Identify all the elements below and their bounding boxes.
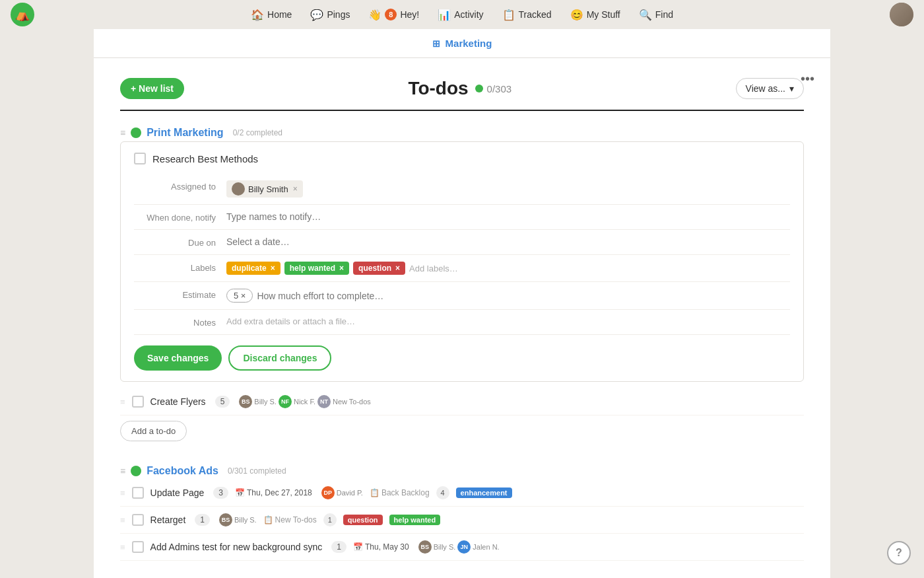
due-on-input[interactable] — [226, 236, 790, 247]
view-as-button[interactable]: View as... ▾ — [736, 78, 804, 99]
action-buttons: Save changes Discard changes — [134, 345, 790, 371]
retarget-label-help: help wanted — [389, 515, 441, 525]
list-header-print-marketing: ≡ Print Marketing 0/2 completed — [120, 127, 804, 139]
assignee-label-billy: Billy S. — [254, 398, 277, 406]
add-todo-button-print[interactable]: Add a to-do — [120, 421, 187, 441]
field-estimate: Estimate 5 × — [134, 282, 790, 310]
nav-label-hey: Hey! — [400, 9, 419, 20]
estimate-tag[interactable]: 5 × — [226, 289, 253, 303]
hey-icon: 👋 — [368, 9, 381, 21]
help-button[interactable]: ? — [887, 541, 911, 565]
fb-status-dot — [131, 466, 141, 476]
nav-item-hey[interactable]: 👋 8 Hey! — [360, 5, 427, 25]
options-icon: ••• — [801, 71, 814, 86]
user-avatar[interactable] — [890, 3, 913, 26]
nav-label-home: Home — [267, 9, 292, 20]
notes-value: Add extra details or attach a file… — [226, 316, 790, 326]
list-name-print-marketing[interactable]: Print Marketing — [147, 127, 223, 139]
nav-item-tracked[interactable]: 📋 Tracked — [494, 5, 560, 25]
david-label: David P. — [337, 489, 363, 497]
todo-checkbox-flyers[interactable] — [132, 396, 144, 408]
due-on-label: Due on — [134, 236, 226, 248]
fb-completed: 0/301 completed — [228, 466, 286, 476]
update-page-location: 📋 Back Backlog — [370, 488, 430, 497]
todo-checkbox-retarget[interactable] — [132, 514, 144, 526]
update-page-estimate: 3 — [213, 487, 228, 499]
label-question-text: question — [358, 264, 391, 273]
todo-drag-handle-rt: ≡ — [120, 515, 125, 525]
tracked-icon: 📋 — [502, 9, 515, 21]
nav-item-find[interactable]: 🔍 Find — [631, 5, 681, 25]
todo-checkbox-add-admins[interactable] — [132, 541, 144, 553]
todo-checkbox-update-page[interactable] — [132, 487, 144, 499]
list-drag-handle-fb[interactable]: ≡ — [120, 466, 125, 476]
todo-checkbox-research[interactable] — [134, 153, 146, 164]
todos-header: + New list To-dos 0/303 View as... ▾ — [120, 71, 804, 111]
print-marketing-completed: 0/2 completed — [233, 128, 282, 137]
hey-badge: 8 — [385, 9, 397, 20]
remove-label-help[interactable]: × — [339, 264, 344, 273]
remove-label-duplicate[interactable]: × — [271, 264, 275, 273]
due-on-value — [226, 236, 790, 247]
notes-placeholder[interactable]: Add extra details or attach a file… — [226, 316, 355, 326]
todo-item-research-best: Research Best Methods Assigned to Billy … — [120, 141, 804, 382]
avatar-image — [890, 3, 913, 26]
label-help-text: help wanted — [290, 264, 335, 273]
card-area: ••• + New list To-dos 0/303 View as... ▾ — [94, 58, 830, 578]
add-labels-button[interactable]: Add labels… — [409, 264, 458, 273]
retarget-billy-label: Billy S. — [234, 516, 257, 524]
retarget-count: 1 — [323, 513, 337, 526]
project-header: ⊞ Marketing — [94, 29, 830, 58]
assignee-tag-billy: Billy Smith × — [226, 180, 303, 198]
options-button[interactable]: ••• — [795, 69, 820, 89]
new-list-button[interactable]: + New list — [120, 78, 184, 99]
project-name: Marketing — [446, 38, 492, 49]
update-page-count: 4 — [436, 486, 449, 499]
notes-label: Notes — [134, 316, 226, 328]
label-duplicate: duplicate × — [226, 262, 280, 275]
top-navigation: ⛺ 🏠 Home 💬 Pings 👋 8 Hey! 📊 Activity 📋 T… — [0, 0, 924, 29]
assignee-name-billy: Billy Smith — [248, 184, 288, 194]
retarget-location-icon: 📋 — [263, 515, 273, 524]
green-dot — [475, 85, 483, 92]
discard-changes-button[interactable]: Discard changes — [228, 345, 331, 371]
save-changes-button[interactable]: Save changes — [134, 345, 222, 371]
labels-label: Labels — [134, 262, 226, 273]
estimate-input[interactable] — [257, 291, 790, 301]
remove-assignee-button[interactable]: × — [293, 184, 298, 194]
nav-label-activity: Activity — [454, 9, 483, 20]
label-question: question × — [353, 262, 405, 275]
section-divider — [120, 454, 804, 465]
estimate-label: Estimate — [134, 289, 226, 300]
todo-item-add-admins: ≡ Add Admins test for new background syn… — [120, 534, 804, 561]
nav-label-mystuff: My Stuff — [587, 9, 620, 20]
assignee-avatar-nick: NF — [279, 395, 292, 408]
assigned-to-value: Billy Smith × — [226, 180, 790, 198]
list-header-facebook-ads: ≡ Facebook Ads 0/301 completed — [120, 465, 804, 477]
add-admins-calendar-icon: 📅 — [353, 542, 363, 552]
todo-drag-handle: ≡ — [120, 397, 125, 407]
help-icon: ? — [896, 547, 902, 559]
list-drag-handle[interactable]: ≡ — [120, 127, 125, 138]
nav-item-home[interactable]: 🏠 Home — [243, 5, 300, 25]
list-name-facebook-ads[interactable]: Facebook Ads — [147, 465, 218, 477]
assignee-avatar-billy-s: BS — [239, 395, 252, 408]
notify-value — [226, 211, 790, 222]
todos-count-text: 0/303 — [487, 83, 512, 94]
list-status-dot — [131, 127, 141, 138]
field-notify: When done, notify — [134, 205, 790, 230]
notify-input[interactable] — [226, 211, 790, 222]
nav-item-mystuff[interactable]: 😊 My Stuff — [562, 5, 628, 25]
field-due-on: Due on — [134, 230, 790, 255]
remove-label-question[interactable]: × — [395, 264, 400, 273]
nav-item-activity[interactable]: 📊 Activity — [430, 5, 491, 25]
notify-label: When done, notify — [134, 211, 226, 223]
add-admins-avatar-billy: BS — [418, 540, 432, 554]
calendar-icon: 📅 — [235, 488, 245, 497]
new-list-label: + New list — [131, 83, 174, 94]
project-title-link[interactable]: ⊞ Marketing — [432, 38, 492, 49]
estimate-value-text: 5 × — [234, 291, 246, 301]
app-logo[interactable]: ⛺ — [11, 3, 34, 26]
nav-item-pings[interactable]: 💬 Pings — [302, 5, 358, 25]
flyers-estimate: 5 — [215, 396, 230, 408]
